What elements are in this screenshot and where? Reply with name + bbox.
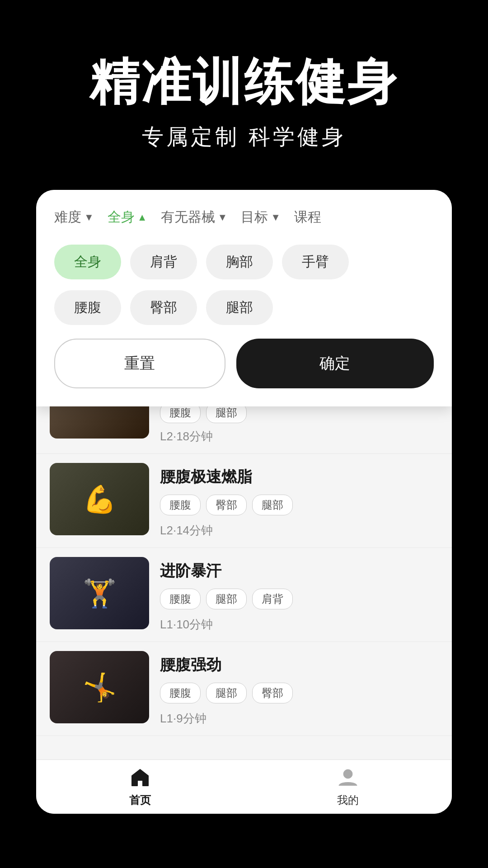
filter-body-label: 全身 — [108, 208, 135, 226]
person-icon — [337, 767, 359, 790]
svg-point-0 — [343, 769, 352, 778]
tag-tunbu-1: 臀部 — [206, 495, 247, 515]
action-buttons: 重置 确定 — [54, 339, 434, 388]
filter-bar: 难度 ▼ 全身 ▲ 有无器械 ▼ 目标 ▼ 课程 — [54, 208, 434, 226]
tag-tuibu-2: 腿部 — [206, 589, 247, 609]
tag-tunbu-3: 臀部 — [252, 683, 293, 703]
workout-thumb-img-2: 🏋️ — [50, 557, 149, 629]
tag-yaofu-2: 腰腹 — [160, 589, 201, 609]
workout-title-3: 腰腹强劲 — [160, 655, 438, 675]
workout-meta-partial: L2·18分钟 — [160, 429, 438, 444]
nav-home[interactable]: 首页 — [129, 767, 151, 807]
main-title: 精准训练健身 — [27, 54, 461, 109]
tag-shubi[interactable]: 手臂 — [282, 245, 349, 279]
body-tag-row-1: 全身 肩背 胸部 手臂 — [54, 245, 434, 279]
filter-body-arrow: ▲ — [137, 212, 147, 223]
header-area: 精准训练健身 专属定制 科学健身 — [0, 0, 488, 179]
workout-item-3[interactable]: 🤸 腰腹强劲 腰腹 腿部 臀部 L1·9分钟 — [36, 642, 452, 736]
filter-modal: 难度 ▼ 全身 ▲ 有无器械 ▼ 目标 ▼ 课程 全身 肩背 胸部 — [36, 190, 452, 406]
nav-home-label: 首页 — [129, 793, 151, 807]
filter-equipment[interactable]: 有无器械 ▼ — [161, 208, 228, 226]
filter-course[interactable]: 课程 — [294, 208, 321, 226]
bottom-nav: 首页 我的 — [36, 760, 452, 814]
filter-body[interactable]: 全身 ▲ — [108, 208, 147, 226]
filter-difficulty-arrow: ▼ — [84, 212, 94, 223]
workout-thumb-img-3: 🤸 — [50, 651, 149, 723]
tag-yaofu-1: 腰腹 — [160, 495, 201, 515]
tag-tuibu-3: 腿部 — [206, 683, 247, 703]
body-tag-row-2: 腰腹 臀部 腿部 — [54, 290, 434, 325]
workout-info-3: 腰腹强劲 腰腹 腿部 臀部 L1·9分钟 — [160, 651, 438, 726]
workout-info-partial: 腰腹 腿部 L2·18分钟 — [160, 402, 438, 444]
home-icon — [129, 767, 151, 790]
confirm-button[interactable]: 确定 — [236, 339, 434, 388]
card-container: 难度 ▼ 全身 ▲ 有无器械 ▼ 目标 ▼ 课程 全身 肩背 胸部 — [36, 190, 452, 814]
filter-goal[interactable]: 目标 ▼ — [241, 208, 281, 226]
tag-tuibu-1: 腿部 — [252, 495, 293, 515]
workout-meta-1: L2·14分钟 — [160, 523, 438, 538]
workout-item-2[interactable]: 🏋️ 进阶暴汗 腰腹 腿部 肩背 L1·10分钟 — [36, 548, 452, 642]
filter-difficulty-label: 难度 — [54, 208, 81, 226]
reset-button[interactable]: 重置 — [54, 339, 225, 388]
workout-info-1: 腰腹极速燃脂 腰腹 臀部 腿部 L2·14分钟 — [160, 463, 438, 538]
filter-goal-arrow: ▼ — [271, 212, 281, 223]
filter-equipment-arrow: ▼ — [218, 212, 228, 223]
tag-quanshen[interactable]: 全身 — [54, 245, 121, 279]
workout-tags-2: 腰腹 腿部 肩背 — [160, 589, 438, 609]
tag-tuibu[interactable]: 腿部 — [206, 290, 273, 325]
sub-title: 专属定制 科学健身 — [27, 123, 461, 151]
workout-item-1[interactable]: 💪 腰腹极速燃脂 腰腹 臀部 腿部 L2·14分钟 — [36, 454, 452, 548]
workout-title-2: 进阶暴汗 — [160, 561, 438, 581]
tag-jianbei[interactable]: 肩背 — [130, 245, 197, 279]
workout-thumb-3: 🤸 — [50, 651, 149, 723]
workout-meta-2: L1·10分钟 — [160, 617, 438, 632]
workout-thumb-2: 🏋️ — [50, 557, 149, 629]
filter-goal-label: 目标 — [241, 208, 268, 226]
nav-profile-label: 我的 — [337, 793, 359, 807]
filter-course-label: 课程 — [294, 208, 321, 226]
workout-thumb-partial — [50, 402, 149, 439]
workout-thumb-img-1: 💪 — [50, 463, 149, 535]
tag-xiongbu[interactable]: 胸部 — [206, 245, 273, 279]
workout-title-1: 腰腹极速燃脂 — [160, 467, 438, 487]
nav-profile[interactable]: 我的 — [337, 767, 359, 807]
workout-meta-3: L1·9分钟 — [160, 711, 438, 726]
workout-tags-1: 腰腹 臀部 腿部 — [160, 495, 438, 515]
workout-thumb-1: 💪 — [50, 463, 149, 535]
workout-tags-3: 腰腹 腿部 臀部 — [160, 683, 438, 703]
content-list: 腰腹 腿部 L2·18分钟 💪 腰腹极速燃脂 腰腹 臀部 腿部 L2·14分钟 — [36, 398, 452, 814]
filter-equipment-label: 有无器械 — [161, 208, 215, 226]
tag-yaofu-3: 腰腹 — [160, 683, 201, 703]
tag-yaofu[interactable]: 腰腹 — [54, 290, 121, 325]
workout-info-2: 进阶暴汗 腰腹 腿部 肩背 L1·10分钟 — [160, 557, 438, 632]
filter-difficulty[interactable]: 难度 ▼ — [54, 208, 94, 226]
tag-tunbu[interactable]: 臀部 — [130, 290, 197, 325]
tag-jianbei-2: 肩背 — [252, 589, 293, 609]
